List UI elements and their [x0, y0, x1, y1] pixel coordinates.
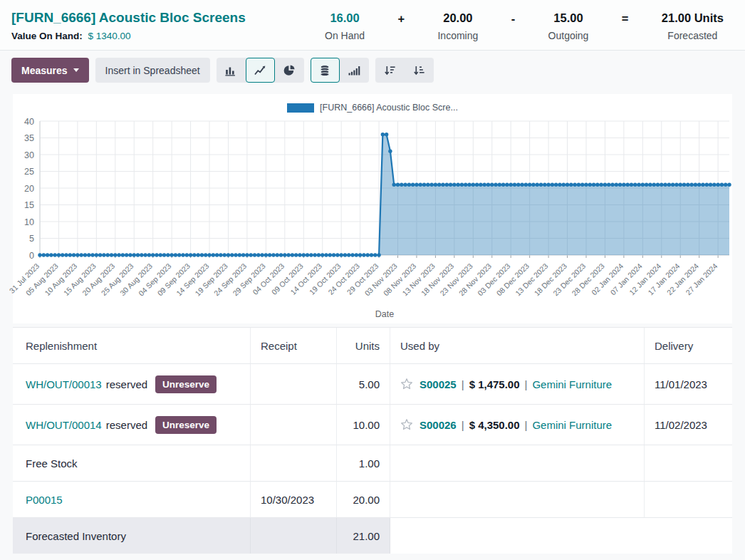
free-stock-label: Free Stock — [13, 445, 251, 481]
delivery-date-cell: 11/02/2023 — [645, 405, 732, 445]
svg-text:25: 25 — [24, 167, 34, 177]
svg-text:35: 35 — [24, 133, 34, 143]
table-row: P00015 10/30/2023 20.00 — [13, 482, 732, 518]
bar-chart-icon[interactable] — [217, 58, 246, 83]
line-chart-icon[interactable] — [246, 58, 275, 83]
receipt-cell — [251, 405, 337, 445]
equals-operator: = — [622, 11, 629, 26]
customer-link[interactable]: Gemini Furniture — [532, 419, 612, 431]
svg-text:30: 30 — [24, 150, 34, 160]
forecast-area-chart: 051015202530354031 Jul 202305 Aug 202310… — [13, 115, 732, 323]
col-delivery: Delivery — [645, 328, 732, 363]
used-by-cell — [390, 445, 645, 481]
stat-on-hand: 16.00 On Hand — [325, 11, 365, 41]
used-by-cell — [390, 482, 645, 517]
chart-mode-button-group — [311, 58, 369, 83]
measures-label: Measures — [21, 65, 68, 76]
insert-in-spreadsheet-button[interactable]: Insert in Spreadsheet — [95, 58, 210, 83]
table-row: WH/OUT/00014 reserved Unreserve 10.00 S0… — [13, 405, 732, 445]
measures-button[interactable]: Measures — [11, 58, 89, 83]
table-header-row: Replenishment Receipt Units Used by Deli… — [13, 327, 732, 364]
unreserve-button[interactable]: Unreserve — [155, 416, 217, 434]
units-cell: 5.00 — [337, 364, 390, 404]
delivery-order-link[interactable]: WH/OUT/00014 — [26, 419, 102, 431]
table-row: WH/OUT/00013 reserved Unreserve 5.00 S00… — [13, 364, 732, 405]
delivery-date-cell — [645, 445, 732, 481]
forecasted-inventory-units: 21.00 — [337, 518, 390, 554]
forecast-table: Replenishment Receipt Units Used by Deli… — [13, 327, 732, 554]
sort-descending-icon[interactable] — [375, 58, 405, 83]
customer-link[interactable]: Gemini Furniture — [532, 378, 612, 390]
product-info: [FURN_6666] Acoustic Bloc Screens Value … — [11, 10, 246, 41]
svg-text:20: 20 — [24, 184, 34, 194]
unreserve-button[interactable]: Unreserve — [155, 375, 217, 393]
receipt-cell — [251, 445, 337, 481]
page-title: [FURN_6666] Acoustic Bloc Screens — [11, 10, 246, 26]
used-by-cell: S00025 | $ 1,475.00 | Gemini Furniture — [390, 364, 645, 404]
stat-forecasted: 21.00 Units Forecasted — [662, 11, 724, 41]
col-units: Units — [337, 328, 390, 363]
minus-operator: - — [511, 11, 516, 26]
footer-empty-cell — [390, 518, 732, 554]
order-amount: $ 1,475.00 — [469, 378, 520, 390]
sale-order-link[interactable]: S00026 — [420, 419, 457, 431]
value-on-hand-amount: $ 1340.00 — [88, 31, 131, 41]
receipt-cell: 10/30/2023 — [251, 482, 337, 517]
replenishment-cell: WH/OUT/00013 reserved Unreserve — [13, 364, 251, 404]
svg-text:Date: Date — [375, 309, 394, 319]
stat-incoming: 20.00 Incoming — [437, 11, 478, 41]
value-on-hand-label: Value On Hand: — [11, 31, 83, 41]
purchase-order-link[interactable]: P00015 — [26, 494, 63, 506]
incoming-label: Incoming — [437, 30, 478, 41]
delivery-order-link[interactable]: WH/OUT/00013 — [26, 378, 102, 390]
chart-type-button-group — [217, 58, 304, 83]
incoming-value: 20.00 — [437, 11, 478, 25]
reserved-status: reserved — [106, 419, 147, 431]
plus-operator: + — [397, 11, 405, 26]
pie-chart-icon[interactable] — [275, 58, 304, 83]
svg-text:10: 10 — [24, 217, 34, 227]
sort-ascending-icon[interactable] — [405, 58, 434, 83]
forecast-chart-panel: [FURN_6666] Acoustic Bloc Scre... 051015… — [13, 94, 732, 323]
caret-down-icon — [73, 68, 79, 72]
col-used-by: Used by — [390, 328, 645, 363]
replenishment-cell: P00015 — [13, 482, 251, 517]
delivery-date-cell: 11/01/2023 — [645, 364, 732, 404]
sort-button-group — [375, 58, 434, 83]
units-cell: 10.00 — [337, 405, 390, 445]
forecasted-label: Forecasted — [662, 30, 724, 41]
col-replenishment: Replenishment — [13, 328, 251, 363]
order-amount: $ 4,350.00 — [469, 419, 520, 431]
on-hand-value: 16.00 — [325, 11, 365, 25]
reserved-status: reserved — [106, 378, 147, 390]
toolbar: Measures Insert in Spreadsheet — [0, 51, 745, 83]
table-footer-row: Forecasted Inventory 21.00 — [13, 518, 732, 554]
outgoing-label: Outgoing — [548, 30, 589, 41]
cumulative-icon[interactable] — [340, 58, 369, 83]
units-cell: 20.00 — [337, 482, 390, 517]
legend-label: [FURN_6666] Acoustic Bloc Scre... — [320, 103, 458, 113]
receipt-cell — [251, 518, 337, 554]
units-cell: 1.00 — [337, 445, 390, 481]
on-hand-label: On Hand — [325, 30, 365, 41]
forecasted-inventory-label: Forecasted Inventory — [13, 518, 251, 554]
used-by-cell: S00026 | $ 4,350.00 | Gemini Furniture — [390, 405, 645, 445]
favorite-star-icon[interactable] — [400, 378, 413, 390]
svg-text:40: 40 — [24, 117, 34, 127]
forecast-stats: 16.00 On Hand + 20.00 Incoming - 15.00 O… — [325, 11, 724, 41]
legend-swatch — [287, 103, 314, 113]
favorite-star-icon[interactable] — [400, 418, 413, 431]
svg-text:15: 15 — [24, 200, 34, 210]
separator: | — [525, 378, 528, 390]
stat-outgoing: 15.00 Outgoing — [548, 11, 589, 41]
separator: | — [525, 419, 528, 431]
sale-order-link[interactable]: S00025 — [420, 378, 457, 390]
separator: | — [462, 419, 464, 431]
col-receipt: Receipt — [251, 328, 337, 363]
svg-text:5: 5 — [29, 234, 34, 244]
separator: | — [462, 378, 464, 390]
value-on-hand: Value On Hand: $ 1340.00 — [11, 31, 246, 41]
chart-legend[interactable]: [FURN_6666] Acoustic Bloc Scre... — [13, 100, 732, 115]
delivery-date-cell — [645, 482, 732, 517]
stacked-icon[interactable] — [311, 58, 340, 83]
